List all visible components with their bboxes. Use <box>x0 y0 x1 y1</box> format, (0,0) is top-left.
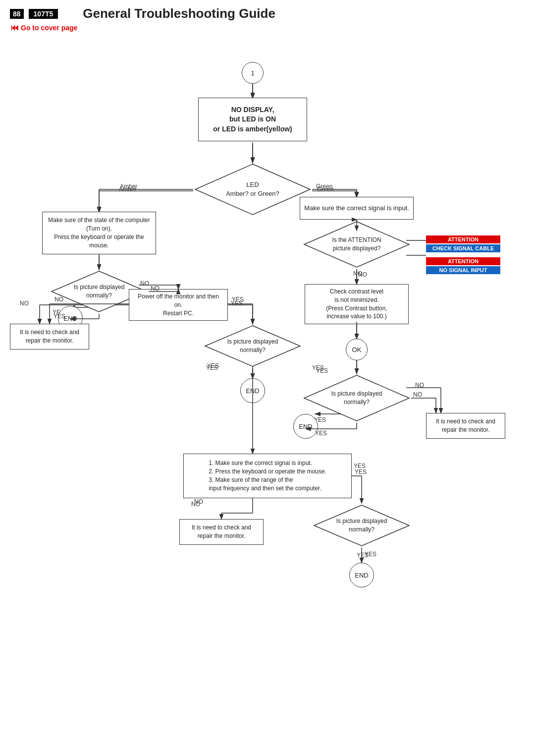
attention-badge-1-bottom: CHECK SIGNAL CABLE <box>426 244 500 252</box>
flowchart: YES 1 NO DISPLAY, but LED i <box>10 37 525 746</box>
attention-badge-2-bottom: NO SIGNAL INPUT <box>426 266 500 274</box>
label-yes-power: YES <box>232 296 244 303</box>
no-label-power: NO <box>20 300 29 307</box>
model-badge: 107T5 <box>29 9 58 19</box>
label-no-bottom: NO <box>194 498 203 505</box>
flowchart-lines: YES <box>10 37 525 746</box>
label-no-q2: NO <box>413 391 422 398</box>
page-number: 88 <box>10 9 24 19</box>
attention-question-diamond: Is the ATTENTION picture displayed? <box>302 220 411 269</box>
cover-link[interactable]: ⏮ Go to cover page <box>11 23 535 32</box>
repair2-rect: It is need to check and repair the monit… <box>426 413 505 439</box>
led-diamond: LED Amber? or Green? <box>193 162 312 217</box>
power-off-rect: Power off the monitor and then on. Resta… <box>129 289 228 321</box>
page-title: General Troubleshooting Guide <box>83 6 275 21</box>
computer-state-rect: Make sure of the state of the computer (… <box>42 212 156 254</box>
bottom-list-rect: 1. Make sure the correct signal is input… <box>183 454 352 498</box>
picture-q4-diamond: Is picture displayed normally? <box>312 503 411 548</box>
check-contrast-rect: Check contrast level is not minimized. (… <box>305 284 409 324</box>
repair3-rect: It is need to check and repair the monit… <box>179 519 264 545</box>
label-no-power: NO <box>54 296 63 303</box>
no-label-q1: NO <box>140 280 149 287</box>
label-yes-bottom: YES <box>354 463 366 469</box>
label-yes-q1: YES <box>54 313 65 320</box>
label-no-attn: NO <box>358 271 367 278</box>
label-green: Green <box>316 183 332 190</box>
label-yes-q3: YES <box>207 362 219 369</box>
label-amber: Amber <box>120 183 137 190</box>
label-no-q1: NO <box>151 285 160 292</box>
ok-circle: OK <box>346 339 368 360</box>
picture-q2-diamond: Is picture displayed normally? <box>302 373 411 423</box>
cover-link-icon: ⏮ <box>11 23 19 32</box>
attention-badge-2-top: ATTENTION <box>426 257 500 265</box>
label-yes-q2: YES <box>315 430 327 437</box>
picture-q3-diamond: Is picture displayed normally? <box>203 324 302 368</box>
repair1-rect: It is need to check and repair the monit… <box>10 324 89 349</box>
label-yes-ok: YES <box>316 367 328 374</box>
end2-circle: END <box>293 414 318 439</box>
no-label-q2: NO <box>415 382 424 389</box>
end3-circle: END <box>240 378 265 403</box>
end4-circle: END <box>349 563 374 587</box>
node-1-circle: 1 <box>242 62 264 84</box>
yes-label-bottom: YES <box>355 468 367 475</box>
no-display-rect: NO DISPLAY, but LED is ON or LED is ambe… <box>198 98 307 141</box>
all-lines <box>10 37 525 746</box>
header: 88 107T5 General Troubleshooting Guide <box>0 0 535 21</box>
correct-signal-rect: Make sure the correct signal is input. <box>300 197 414 220</box>
attention-badge-1-top: ATTENTION <box>426 235 500 243</box>
label-yes-q4: YES <box>365 551 376 558</box>
